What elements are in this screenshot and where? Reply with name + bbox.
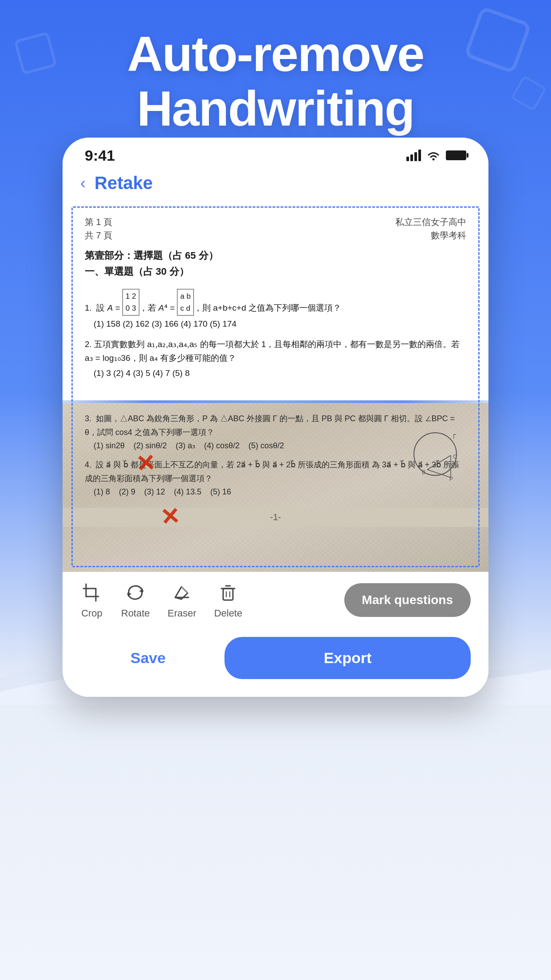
document-crumpled-section: ✕ ✕ Γ C B P bbox=[63, 403, 488, 572]
x-mark-1: ✕ bbox=[135, 451, 156, 476]
hero-section: Auto-remove Handwriting bbox=[0, 27, 551, 136]
background: Auto-remove Handwriting 9:41 bbox=[0, 0, 551, 980]
eraser-label: Eraser bbox=[168, 608, 197, 619]
svg-rect-17 bbox=[223, 589, 233, 600]
eraser-tool[interactable]: Eraser bbox=[168, 581, 197, 619]
bottom-actions: Save Export bbox=[63, 628, 488, 697]
svg-line-7 bbox=[427, 455, 451, 470]
question-2: 2. 五項實數數列 a₁,a₂,a₃,a₄,a₅ 的每一項都大於 1，且每相鄰的… bbox=[85, 338, 466, 378]
sub-title: 一、單選題（占 30 分） bbox=[85, 265, 466, 278]
school-info: 私立三信女子高中 數學考科 bbox=[395, 215, 466, 242]
hero-title: Auto-remove Handwriting bbox=[0, 27, 551, 136]
page-number: -1- bbox=[63, 508, 488, 527]
phone-mockup: 9:41 bbox=[63, 138, 488, 697]
toolbar: Crop Rotate bbox=[63, 572, 488, 628]
status-time: 9:41 bbox=[85, 147, 115, 164]
crop-icon bbox=[80, 581, 103, 604]
svg-text:B: B bbox=[422, 469, 425, 475]
q2-options: (1) 3 (2) 4 (3) 5 (4) 7 (5) 8 bbox=[85, 368, 466, 378]
x-mark-2: ✕ bbox=[159, 504, 181, 529]
svg-line-16 bbox=[181, 587, 188, 593]
crop-label: Crop bbox=[81, 608, 102, 619]
svg-text:Γ: Γ bbox=[453, 433, 457, 440]
delete-label: Delete bbox=[214, 608, 243, 619]
mark-questions-button[interactable]: Mark questions bbox=[344, 583, 471, 617]
q2-text: 2. 五項實數數列 a₁,a₂,a₃,a₄,a₅ 的每一項都大於 1，且每相鄰的… bbox=[85, 338, 466, 365]
status-icons bbox=[406, 150, 466, 161]
page-title: Retake bbox=[94, 173, 153, 193]
document-clean-section: 第 1 頁 共 7 頁 私立三信女子高中 數學考科 第壹部分：選擇題（占 65 … bbox=[63, 202, 488, 400]
rotate-tool[interactable]: Rotate bbox=[121, 581, 150, 619]
eraser-icon bbox=[170, 581, 193, 604]
document-area: 第 1 頁 共 7 頁 私立三信女子高中 數學考科 第壹部分：選擇題（占 65 … bbox=[63, 202, 488, 572]
page-info: 第 1 頁 共 7 頁 bbox=[85, 215, 112, 242]
wifi-icon bbox=[426, 150, 441, 161]
delete-icon bbox=[216, 581, 240, 604]
crop-tool[interactable]: Crop bbox=[80, 581, 103, 619]
q1-options: (1) 158 (2) 162 (3) 166 (4) 170 (5) 174 bbox=[85, 319, 466, 329]
svg-text:P: P bbox=[449, 476, 453, 482]
svg-point-0 bbox=[433, 158, 435, 161]
rotate-icon bbox=[124, 581, 147, 604]
nav-bar: ‹ Retake bbox=[63, 169, 488, 202]
delete-tool[interactable]: Delete bbox=[214, 581, 243, 619]
geometry-diagram: Γ C B P bbox=[409, 430, 462, 487]
q1-text: 1. 設 A = 1 20 3，若 A⁴ = a bc d，則 a+b+c+d … bbox=[85, 289, 466, 316]
doc-header: 第 1 頁 共 7 頁 私立三信女子高中 數學考科 bbox=[85, 215, 466, 242]
svg-point-1 bbox=[414, 433, 457, 475]
toolbar-tools: Crop Rotate bbox=[80, 581, 344, 619]
save-button[interactable]: Save bbox=[80, 637, 216, 679]
export-button[interactable]: Export bbox=[224, 637, 471, 679]
question-1: 1. 設 A = 1 20 3，若 A⁴ = a bc d，則 a+b+c+d … bbox=[85, 289, 466, 329]
rotate-label: Rotate bbox=[121, 608, 150, 619]
signal-icon bbox=[406, 150, 421, 161]
back-button[interactable]: ‹ bbox=[80, 174, 86, 193]
svg-line-6 bbox=[427, 470, 451, 478]
phone-screen: 9:41 bbox=[63, 138, 488, 697]
battery-icon bbox=[446, 150, 466, 160]
svg-text:C: C bbox=[453, 454, 457, 460]
status-bar: 9:41 bbox=[63, 138, 488, 169]
section-title: 第壹部分：選擇題（占 65 分） bbox=[85, 249, 466, 262]
